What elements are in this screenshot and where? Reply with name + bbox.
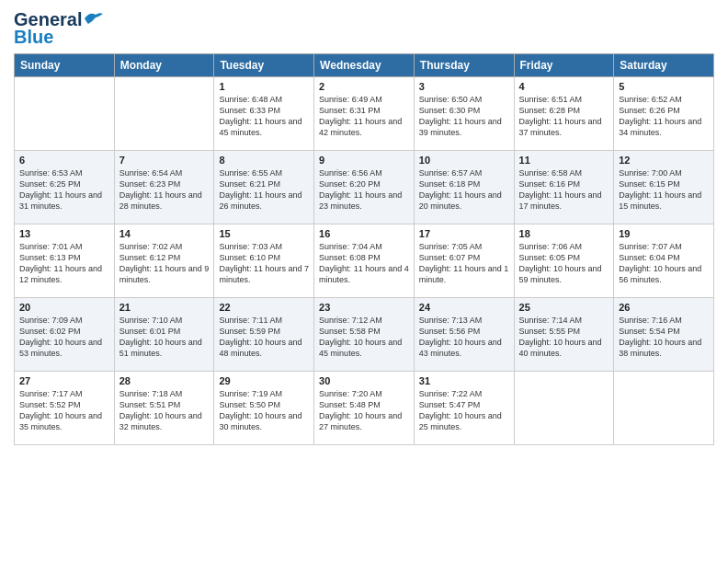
day-content: Sunrise: 7:22 AM Sunset: 5:47 PM Dayligh…	[419, 388, 509, 433]
day-content: Sunrise: 7:10 AM Sunset: 6:01 PM Dayligh…	[119, 315, 210, 360]
calendar-week-2: 6Sunrise: 6:53 AM Sunset: 6:25 PM Daylig…	[15, 151, 714, 224]
calendar-cell: 13Sunrise: 7:01 AM Sunset: 6:13 PM Dayli…	[15, 224, 115, 298]
day-number: 15	[219, 228, 309, 239]
weekday-header-thursday: Thursday	[414, 54, 514, 77]
day-content: Sunrise: 6:51 AM Sunset: 6:28 PM Dayligh…	[519, 94, 609, 139]
day-content: Sunrise: 7:12 AM Sunset: 5:58 PM Dayligh…	[319, 315, 409, 360]
calendar-cell: 14Sunrise: 7:02 AM Sunset: 6:12 PM Dayli…	[114, 224, 214, 298]
day-number: 2	[319, 81, 409, 92]
day-content: Sunrise: 6:50 AM Sunset: 6:30 PM Dayligh…	[419, 94, 509, 139]
day-content: Sunrise: 6:49 AM Sunset: 6:31 PM Dayligh…	[319, 94, 409, 139]
calendar-table: SundayMondayTuesdayWednesdayThursdayFrid…	[14, 53, 714, 445]
day-number: 30	[319, 375, 409, 386]
day-content: Sunrise: 6:55 AM Sunset: 6:21 PM Dayligh…	[219, 167, 309, 213]
calendar-cell: 9Sunrise: 6:56 AM Sunset: 6:20 PM Daylig…	[314, 151, 415, 224]
weekday-header-friday: Friday	[514, 54, 614, 77]
calendar-week-5: 27Sunrise: 7:17 AM Sunset: 5:52 PM Dayli…	[15, 372, 714, 445]
day-content: Sunrise: 7:13 AM Sunset: 5:56 PM Dayligh…	[419, 315, 509, 360]
day-number: 9	[319, 155, 409, 166]
day-content: Sunrise: 7:04 AM Sunset: 6:08 PM Dayligh…	[319, 241, 409, 286]
day-number: 1	[219, 81, 309, 92]
calendar-cell	[514, 372, 614, 445]
calendar-cell: 10Sunrise: 6:57 AM Sunset: 6:18 PM Dayli…	[414, 151, 514, 224]
day-content: Sunrise: 7:17 AM Sunset: 5:52 PM Dayligh…	[19, 388, 109, 433]
day-content: Sunrise: 7:19 AM Sunset: 5:50 PM Dayligh…	[219, 388, 309, 433]
calendar-cell: 25Sunrise: 7:14 AM Sunset: 5:55 PM Dayli…	[514, 298, 614, 372]
day-number: 6	[19, 155, 109, 166]
calendar-cell: 1Sunrise: 6:48 AM Sunset: 6:33 PM Daylig…	[214, 77, 314, 151]
day-number: 19	[619, 228, 709, 239]
day-number: 18	[519, 228, 609, 239]
calendar-cell: 5Sunrise: 6:52 AM Sunset: 6:26 PM Daylig…	[614, 77, 714, 151]
header: General Blue	[14, 9, 714, 48]
calendar-cell: 23Sunrise: 7:12 AM Sunset: 5:58 PM Dayli…	[314, 298, 415, 372]
calendar-cell: 3Sunrise: 6:50 AM Sunset: 6:30 PM Daylig…	[414, 77, 514, 151]
calendar-cell: 28Sunrise: 7:18 AM Sunset: 5:51 PM Dayli…	[114, 372, 214, 445]
day-number: 25	[519, 302, 609, 313]
calendar-cell: 2Sunrise: 6:49 AM Sunset: 6:31 PM Daylig…	[314, 77, 415, 151]
calendar-week-4: 20Sunrise: 7:09 AM Sunset: 6:02 PM Dayli…	[15, 298, 714, 372]
calendar-cell	[114, 77, 214, 151]
calendar-cell: 29Sunrise: 7:19 AM Sunset: 5:50 PM Dayli…	[214, 372, 314, 445]
calendar-cell: 24Sunrise: 7:13 AM Sunset: 5:56 PM Dayli…	[414, 298, 514, 372]
day-number: 12	[619, 155, 709, 166]
day-content: Sunrise: 6:56 AM Sunset: 6:20 PM Dayligh…	[319, 167, 409, 213]
day-number: 10	[419, 155, 509, 166]
day-content: Sunrise: 6:54 AM Sunset: 6:23 PM Dayligh…	[119, 167, 210, 213]
day-content: Sunrise: 7:14 AM Sunset: 5:55 PM Dayligh…	[519, 315, 609, 360]
day-content: Sunrise: 7:02 AM Sunset: 6:12 PM Dayligh…	[119, 241, 210, 286]
calendar-cell: 18Sunrise: 7:06 AM Sunset: 6:05 PM Dayli…	[514, 224, 614, 298]
day-content: Sunrise: 6:48 AM Sunset: 6:33 PM Dayligh…	[219, 94, 309, 139]
calendar-cell: 16Sunrise: 7:04 AM Sunset: 6:08 PM Dayli…	[314, 224, 415, 298]
calendar-cell: 11Sunrise: 6:58 AM Sunset: 6:16 PM Dayli…	[514, 151, 614, 224]
day-content: Sunrise: 6:53 AM Sunset: 6:25 PM Dayligh…	[19, 167, 109, 213]
calendar-cell: 8Sunrise: 6:55 AM Sunset: 6:21 PM Daylig…	[214, 151, 314, 224]
day-number: 23	[319, 302, 409, 313]
calendar-cell	[614, 372, 714, 445]
calendar-cell: 15Sunrise: 7:03 AM Sunset: 6:10 PM Dayli…	[214, 224, 314, 298]
day-content: Sunrise: 7:00 AM Sunset: 6:15 PM Dayligh…	[619, 167, 709, 213]
calendar-cell: 21Sunrise: 7:10 AM Sunset: 6:01 PM Dayli…	[114, 298, 214, 372]
calendar-cell: 20Sunrise: 7:09 AM Sunset: 6:02 PM Dayli…	[15, 298, 115, 372]
day-number: 20	[19, 302, 109, 313]
calendar-cell: 12Sunrise: 7:00 AM Sunset: 6:15 PM Dayli…	[614, 151, 714, 224]
weekday-header-saturday: Saturday	[614, 54, 714, 77]
day-content: Sunrise: 7:09 AM Sunset: 6:02 PM Dayligh…	[19, 315, 109, 360]
day-number: 5	[619, 81, 709, 92]
day-content: Sunrise: 6:58 AM Sunset: 6:16 PM Dayligh…	[519, 167, 609, 213]
day-content: Sunrise: 7:05 AM Sunset: 6:07 PM Dayligh…	[419, 241, 509, 286]
day-content: Sunrise: 7:03 AM Sunset: 6:10 PM Dayligh…	[219, 241, 309, 286]
weekday-header-monday: Monday	[114, 54, 214, 77]
day-number: 14	[119, 228, 210, 239]
day-number: 11	[519, 155, 609, 166]
calendar-week-1: 1Sunrise: 6:48 AM Sunset: 6:33 PM Daylig…	[15, 77, 714, 151]
day-number: 31	[419, 375, 509, 386]
calendar-cell: 17Sunrise: 7:05 AM Sunset: 6:07 PM Dayli…	[414, 224, 514, 298]
calendar-cell: 26Sunrise: 7:16 AM Sunset: 5:54 PM Dayli…	[614, 298, 714, 372]
day-number: 17	[419, 228, 509, 239]
day-content: Sunrise: 7:20 AM Sunset: 5:48 PM Dayligh…	[319, 388, 409, 433]
day-number: 4	[519, 81, 609, 92]
day-number: 13	[19, 228, 109, 239]
day-number: 22	[219, 302, 309, 313]
day-number: 28	[119, 375, 210, 386]
calendar-cell	[15, 77, 115, 151]
logo: General Blue	[14, 9, 103, 48]
calendar-cell: 27Sunrise: 7:17 AM Sunset: 5:52 PM Dayli…	[15, 372, 115, 445]
weekday-header-tuesday: Tuesday	[214, 54, 314, 77]
day-content: Sunrise: 7:16 AM Sunset: 5:54 PM Dayligh…	[619, 315, 709, 360]
day-number: 3	[419, 81, 509, 92]
day-content: Sunrise: 7:11 AM Sunset: 5:59 PM Dayligh…	[219, 315, 309, 360]
day-number: 16	[319, 228, 409, 239]
calendar-cell: 19Sunrise: 7:07 AM Sunset: 6:04 PM Dayli…	[614, 224, 714, 298]
day-content: Sunrise: 7:18 AM Sunset: 5:51 PM Dayligh…	[119, 388, 210, 433]
day-number: 26	[619, 302, 709, 313]
day-content: Sunrise: 7:01 AM Sunset: 6:13 PM Dayligh…	[19, 241, 109, 286]
weekday-header-sunday: Sunday	[15, 54, 115, 77]
calendar-cell: 31Sunrise: 7:22 AM Sunset: 5:47 PM Dayli…	[414, 372, 514, 445]
main-container: General Blue SundayMondayTuesdayWednesda…	[0, 0, 728, 450]
day-number: 21	[119, 302, 210, 313]
logo-bird-icon	[83, 11, 103, 26]
day-content: Sunrise: 7:07 AM Sunset: 6:04 PM Dayligh…	[619, 241, 709, 286]
calendar-cell: 30Sunrise: 7:20 AM Sunset: 5:48 PM Dayli…	[314, 372, 415, 445]
